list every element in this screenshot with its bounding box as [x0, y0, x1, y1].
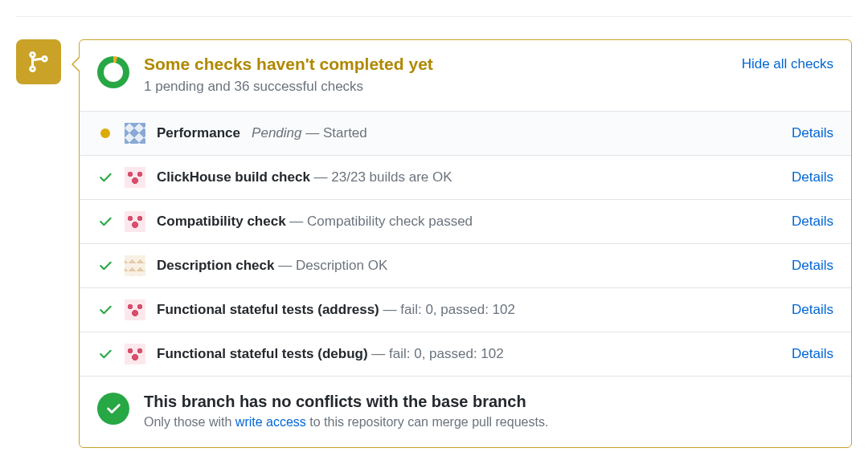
details-link[interactable]: Details	[792, 302, 833, 318]
check-description: — Started	[305, 125, 367, 140]
check-row: Functional stateful tests (debug) — fail…	[80, 332, 851, 376]
check-icon	[97, 302, 113, 318]
timeline-merge-badge	[16, 39, 61, 84]
check-row: Description check — Description OKDetail…	[80, 244, 851, 288]
check-row: Compatibility check — Compatibility chec…	[80, 200, 851, 244]
check-text: Performance Pending — Started	[157, 125, 780, 141]
check-text: ClickHouse build check — 23/23 builds ar…	[157, 169, 780, 185]
status-header: Some checks haven't completed yet 1 pend…	[80, 40, 851, 111]
service-avatar	[125, 299, 145, 320]
check-row: Functional stateful tests (address) — fa…	[80, 288, 851, 332]
merge-footer-text: This branch has no conflicts with the ba…	[144, 393, 548, 430]
hide-all-checks-link[interactable]: Hide all checks	[742, 56, 833, 72]
merge-footer-title: This branch has no conflicts with the ba…	[144, 393, 548, 411]
service-avatar	[125, 344, 145, 364]
svg-point-1	[31, 67, 35, 71]
check-description: — Compatibility check passed	[289, 214, 473, 229]
check-name: Performance	[157, 125, 240, 140]
status-title: Some checks haven't completed yet	[144, 55, 727, 74]
service-avatar	[125, 167, 145, 188]
merge-footer: This branch has no conflicts with the ba…	[80, 376, 851, 447]
check-icon	[97, 169, 113, 185]
check-icon	[97, 214, 113, 230]
check-description: — fail: 0, passed: 102	[383, 302, 515, 317]
service-avatar	[125, 123, 145, 144]
check-row: Performance Pending — StartedDetails	[80, 112, 851, 156]
service-avatar	[125, 255, 145, 276]
progress-donut-icon	[97, 56, 129, 88]
write-access-link[interactable]: write access	[235, 415, 306, 429]
success-badge	[97, 393, 129, 425]
footer-sub-pre: Only those with	[144, 415, 235, 429]
details-link[interactable]: Details	[792, 214, 833, 230]
check-text: Functional stateful tests (address) — fa…	[157, 302, 780, 318]
divider	[16, 16, 852, 17]
merge-footer-sub: Only those with write access to this rep…	[144, 415, 548, 430]
footer-sub-post: to this repository can merge pull reques…	[306, 415, 548, 429]
check-icon	[97, 346, 113, 362]
svg-point-2	[43, 57, 47, 62]
status-subtitle: 1 pending and 36 successful checks	[144, 79, 727, 95]
pending-dot-icon	[97, 128, 113, 138]
check-text: Description check — Description OK	[157, 258, 780, 274]
details-link[interactable]: Details	[792, 258, 833, 274]
check-name: Description check	[157, 258, 274, 273]
check-text: Compatibility check — Compatibility chec…	[157, 214, 780, 230]
check-description: — fail: 0, passed: 102	[371, 346, 503, 361]
check-description: — 23/23 builds are OK	[314, 169, 452, 185]
status-header-text: Some checks haven't completed yet 1 pend…	[144, 55, 727, 95]
service-avatar	[125, 211, 145, 232]
check-icon	[97, 258, 113, 274]
details-link[interactable]: Details	[792, 346, 833, 362]
check-row: ClickHouse build check — 23/23 builds ar…	[80, 156, 851, 200]
check-text: Functional stateful tests (debug) — fail…	[157, 346, 780, 362]
check-name: Functional stateful tests (address)	[157, 302, 379, 317]
merge-status-container: Some checks haven't completed yet 1 pend…	[16, 39, 852, 448]
check-status: Pending	[252, 125, 301, 140]
check-name: Compatibility check	[157, 214, 286, 229]
check-name: Functional stateful tests (debug)	[157, 346, 368, 361]
svg-point-0	[31, 53, 35, 58]
git-merge-icon	[27, 50, 51, 74]
checks-list[interactable]: Performance Pending — StartedDetailsClic…	[80, 111, 851, 376]
details-link[interactable]: Details	[792, 169, 833, 185]
status-panel: Some checks haven't completed yet 1 pend…	[79, 39, 852, 448]
check-name: ClickHouse build check	[157, 169, 310, 185]
check-description: — Description OK	[278, 258, 387, 273]
check-icon	[104, 400, 122, 417]
details-link[interactable]: Details	[792, 125, 833, 141]
